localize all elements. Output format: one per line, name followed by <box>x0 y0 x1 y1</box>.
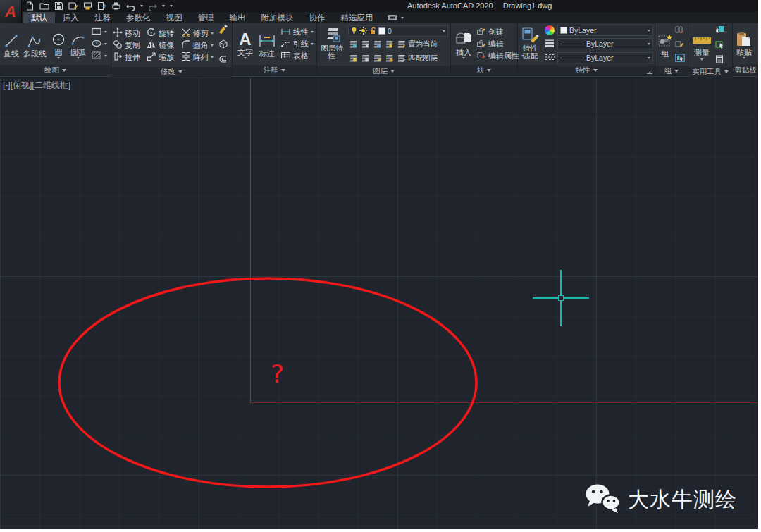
paste-caret-icon[interactable] <box>743 57 745 59</box>
move-button[interactable]: 移动 <box>113 27 142 39</box>
qat-customize-caret-icon[interactable] <box>170 5 173 7</box>
linear-caret-icon[interactable] <box>311 31 314 33</box>
mirror-button[interactable]: 镜像 <box>147 39 176 51</box>
rotate-button[interactable]: 旋转 <box>147 27 176 39</box>
viewport-controls[interactable]: [-][俯视][二维线框] <box>3 80 70 92</box>
fillet-caret-icon[interactable] <box>211 44 214 47</box>
measure-button[interactable]: 测量 <box>691 30 712 61</box>
paste-button[interactable]: 粘贴 <box>735 29 753 60</box>
redo-caret-icon[interactable] <box>162 5 165 7</box>
rectangle-caret-icon[interactable] <box>104 31 107 33</box>
quick-select-icon[interactable] <box>715 24 725 37</box>
trim-caret-icon[interactable] <box>211 32 214 35</box>
leader-caret-icon[interactable] <box>311 43 314 45</box>
insert-block-button[interactable]: 插入 <box>454 29 474 60</box>
block-create-button[interactable]: 创建 <box>476 27 524 37</box>
tab-addins[interactable]: 附加模块 <box>254 12 302 23</box>
layer-tool-2-icon[interactable] <box>360 52 369 65</box>
app-logo-button[interactable]: A <box>0 0 22 23</box>
text-caret-icon[interactable] <box>244 57 247 59</box>
object-color-dropdown[interactable]: ByLayer <box>557 25 653 36</box>
ribbon-display-icon[interactable] <box>387 14 398 21</box>
insert-caret-icon[interactable] <box>462 57 465 59</box>
layer-lock-icon[interactable] <box>384 38 393 51</box>
layer-isolate-icon[interactable] <box>360 38 369 51</box>
leader-button[interactable]: 引线 <box>280 39 314 49</box>
drawing-canvas[interactable]: [-][俯视][二维线框] ? 大水牛测绘 <box>0 78 758 529</box>
group-selection-toggle-icon[interactable] <box>675 52 685 65</box>
panel-title-properties[interactable]: 特性 <box>518 65 655 76</box>
copy-button[interactable]: 复制 <box>113 39 142 51</box>
lineweight-icon[interactable] <box>545 37 555 50</box>
ellipse-drawing[interactable] <box>0 78 758 529</box>
scale-button[interactable]: 缩放 <box>147 51 176 63</box>
tab-output[interactable]: 输出 <box>222 12 254 23</box>
open-folder-icon[interactable] <box>39 1 49 11</box>
plot-icon[interactable] <box>83 1 92 11</box>
panel-title-group[interactable]: 组 <box>655 66 688 76</box>
tab-default[interactable]: 默认 <box>23 12 55 23</box>
match-layer-label[interactable]: 匹配图层 <box>408 54 438 63</box>
linetype-dropdown[interactable]: ByLayer <box>557 52 653 63</box>
panel-title-layers[interactable]: 图层 <box>317 66 450 76</box>
panel-title-block[interactable]: 块 <box>451 65 517 76</box>
layer-properties-button[interactable]: 图层特性 <box>318 25 345 65</box>
set-current-layer-icon[interactable] <box>396 38 405 51</box>
ellipse-tool-button[interactable] <box>91 39 107 49</box>
save-icon[interactable] <box>54 1 63 11</box>
group-edit-icon[interactable] <box>675 38 685 51</box>
layer-tool-4-icon[interactable] <box>384 52 393 65</box>
tab-collaborate[interactable]: 协作 <box>302 12 333 23</box>
linetype-icon[interactable] <box>545 51 555 64</box>
undo-icon[interactable] <box>126 2 135 11</box>
panel-title-utilities[interactable]: 实用工具 <box>688 67 732 77</box>
red-ellipse[interactable] <box>59 278 476 487</box>
panel-title-modify[interactable]: 修改 <box>111 67 232 77</box>
block-edit-attr-button[interactable]: 编辑属性 <box>476 51 524 61</box>
undo-caret-icon[interactable] <box>140 5 143 7</box>
ungroup-icon[interactable] <box>675 24 685 37</box>
layer-select-dropdown[interactable]: 0 <box>348 25 448 37</box>
circle-button[interactable]: 圆 <box>50 29 67 60</box>
tab-featured-apps[interactable]: 精选应用 <box>333 12 381 23</box>
tab-annotate[interactable]: 注释 <box>87 12 118 23</box>
panel-title-annotate[interactable]: 注释 <box>233 65 316 76</box>
join-icon[interactable] <box>218 54 228 66</box>
circle-caret-icon[interactable] <box>57 57 60 59</box>
block-edit-button[interactable]: 编辑 <box>476 39 524 49</box>
tab-insert[interactable]: 插入 <box>55 12 87 23</box>
set-current-label[interactable]: 置为当前 <box>408 39 438 49</box>
measure-caret-icon[interactable] <box>700 58 703 61</box>
layer-off-icon[interactable] <box>348 38 357 51</box>
color-wheel-icon[interactable] <box>545 25 555 35</box>
group-button[interactable]: 组 <box>657 30 674 58</box>
tab-parametric[interactable]: 参数化 <box>118 12 159 23</box>
polyline-button[interactable]: 多段线 <box>23 30 47 58</box>
new-file-icon[interactable] <box>25 1 35 11</box>
panel-title-clipboard[interactable]: 剪贴板 <box>733 65 758 76</box>
panel-title-draw[interactable]: 绘图 <box>0 65 111 76</box>
print-icon[interactable] <box>111 1 121 11</box>
hatch-button[interactable] <box>91 51 107 61</box>
array-caret-icon[interactable] <box>211 56 214 58</box>
properties-dialog-launcher-icon[interactable] <box>647 68 652 74</box>
lineweight-dropdown[interactable]: ByLayer <box>557 38 653 49</box>
tab-view[interactable]: 视图 <box>159 12 190 23</box>
layer-freeze-icon[interactable] <box>372 38 381 51</box>
hatch-caret-icon[interactable] <box>104 55 107 57</box>
stretch-button[interactable]: 拉伸 <box>113 51 142 63</box>
trim-button[interactable]: 修剪 <box>181 27 216 39</box>
tab-manage[interactable]: 管理 <box>190 12 222 23</box>
dimension-button[interactable]: 标注 <box>257 30 277 58</box>
redo-icon[interactable] <box>148 2 157 11</box>
table-button[interactable]: 表格 <box>280 51 314 61</box>
fillet-button[interactable]: 圆角 <box>181 39 216 51</box>
export-icon[interactable] <box>97 1 106 11</box>
select-all-icon[interactable] <box>715 39 725 51</box>
array-button[interactable]: 阵列 <box>181 51 216 63</box>
arc-caret-icon[interactable] <box>77 57 80 59</box>
rectangle-button[interactable] <box>91 27 107 37</box>
explode-icon[interactable] <box>218 39 228 51</box>
ribbon-display-caret-icon[interactable] <box>401 17 404 19</box>
arc-button[interactable]: 圆弧 <box>70 29 87 60</box>
